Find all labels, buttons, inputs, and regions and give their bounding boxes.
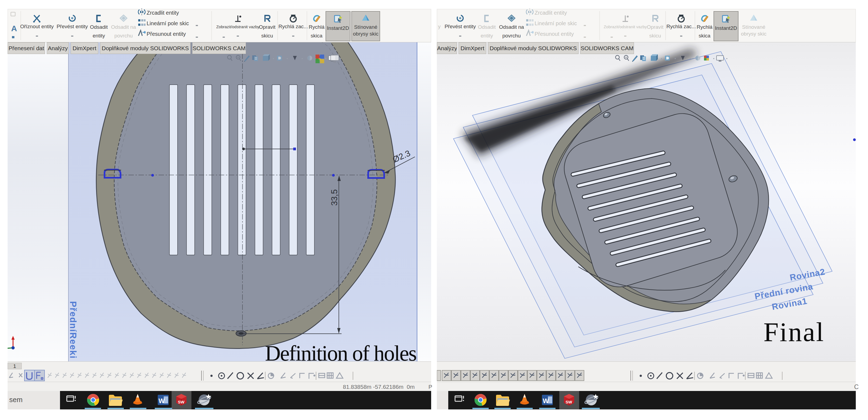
svg-text:W: W [543, 397, 549, 405]
svg-text:SW: SW [565, 400, 572, 404]
svg-text:A: A [11, 24, 17, 33]
svg-text:33,5: 33,5 [330, 189, 339, 206]
